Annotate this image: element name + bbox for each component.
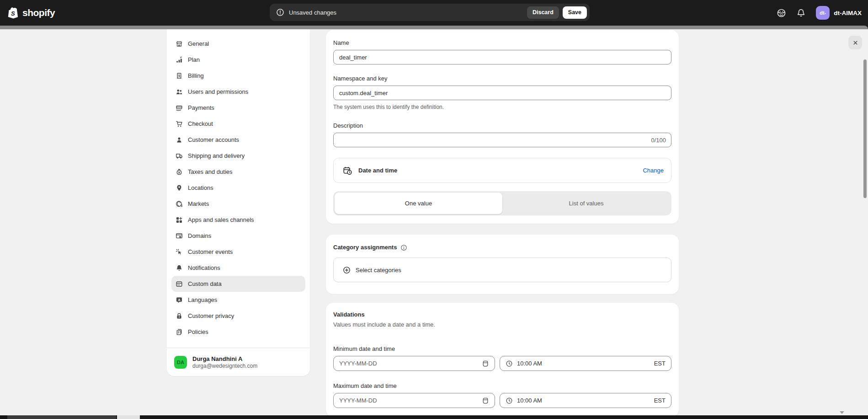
- category-assignments-card: Category assignments Select categories: [326, 235, 679, 294]
- sidebar-user[interactable]: DA Durga Nandhini A durga@wedesigntech.c…: [167, 348, 310, 376]
- sidebar-item-custom-data[interactable]: Custom data: [171, 276, 305, 292]
- sidebar-item-locations[interactable]: Locations: [171, 180, 305, 196]
- unsaved-changes-message: Unsaved changes: [289, 9, 336, 16]
- max-time-input[interactable]: 10:00 AM EST: [500, 393, 671, 408]
- plus-circle-icon: [343, 266, 351, 274]
- taskbar-segment-active: [117, 415, 140, 419]
- min-date-label: Minimum date and time: [333, 345, 671, 353]
- billing-icon: $: [176, 72, 183, 80]
- user-info: Durga Nandhini A durga@wedesigntech.com: [192, 355, 257, 370]
- namespace-input[interactable]: [333, 86, 671, 100]
- category-assignments-text: Category assignments: [333, 244, 397, 251]
- sidebar-item-checkout[interactable]: Checkout: [171, 116, 305, 132]
- namespace-label: Namespace and key: [333, 75, 671, 82]
- sidekick-icon[interactable]: [777, 8, 786, 18]
- sidebar-item-domains[interactable]: Domains: [171, 228, 305, 244]
- sidebar-item-billing[interactable]: $ Billing: [171, 68, 305, 84]
- min-date-field[interactable]: [339, 360, 478, 367]
- tab-one-value[interactable]: One value: [335, 193, 502, 214]
- taxes-icon: [176, 168, 183, 176]
- alert-icon: [276, 8, 284, 16]
- max-date-field[interactable]: [339, 397, 478, 404]
- sidebar-item-plan[interactable]: Plan: [171, 52, 305, 68]
- sidebar-item-shipping-and-delivery[interactable]: Shipping and delivery: [171, 148, 305, 164]
- sidebar-item-policies[interactable]: Policies: [171, 324, 305, 340]
- scroll-caret-icon: [840, 411, 844, 414]
- svg-text:$: $: [178, 73, 181, 77]
- top-bar-right: dt- dt-AIMAX: [777, 0, 862, 26]
- store-menu[interactable]: dt- dt-AIMAX: [816, 6, 862, 20]
- discard-button[interactable]: Discard: [527, 6, 559, 19]
- taskbar-segment: [7, 415, 116, 419]
- close-button[interactable]: [848, 36, 862, 49]
- svg-text:A: A: [178, 298, 180, 301]
- description-counter: 0/100: [651, 137, 666, 144]
- payments-icon: [176, 104, 183, 112]
- min-date-row: 10:00 AM EST: [333, 356, 671, 371]
- languages-icon: A: [176, 296, 183, 304]
- save-button[interactable]: Save: [563, 6, 587, 19]
- select-categories-button[interactable]: Select categories: [333, 258, 671, 282]
- shipping-icon: [176, 152, 183, 160]
- sidebar-item-markets[interactable]: $ Markets: [171, 196, 305, 212]
- policies-icon: [176, 328, 183, 336]
- value-mode-segmented: One value List of values: [333, 191, 671, 215]
- sidebar-item-apps-and-sales-channels[interactable]: Apps and sales channels: [171, 212, 305, 228]
- clock-icon: [506, 360, 513, 367]
- sidebar-item-customer-events[interactable]: Customer events: [171, 244, 305, 260]
- custom-data-icon: [176, 280, 183, 288]
- sidebar-item-payments[interactable]: Payments: [171, 100, 305, 116]
- notifications-bell-icon[interactable]: [796, 8, 806, 18]
- page-scrollbar-thumb[interactable]: [863, 59, 867, 198]
- min-timezone: EST: [654, 360, 666, 367]
- validations-subtitle: Values must include a date and a time.: [333, 321, 671, 328]
- user-name: Durga Nandhini A: [192, 355, 257, 363]
- markets-icon: $: [176, 200, 183, 208]
- plan-icon: [176, 56, 183, 64]
- svg-text:S: S: [11, 10, 15, 17]
- user-email: durga@wedesigntech.com: [192, 363, 257, 370]
- page-top-strip: [0, 26, 868, 29]
- date-time-icon: [343, 166, 352, 175]
- store-icon: [176, 40, 183, 48]
- store-name: dt-AIMAX: [834, 10, 862, 16]
- validations-card: Validations Values must include a date a…: [326, 303, 679, 417]
- calendar-icon: [482, 360, 489, 367]
- sidebar-item-users-and-permissions[interactable]: Users and permissions: [171, 84, 305, 100]
- top-bar: S shopify Unsaved changes Discard Save d…: [0, 0, 868, 26]
- sidebar-item-taxes-and-duties[interactable]: Taxes and duties: [171, 164, 305, 180]
- info-icon[interactable]: [400, 244, 407, 251]
- store-avatar: dt-: [816, 6, 830, 20]
- taskbar-strip: [0, 415, 868, 419]
- change-type-link[interactable]: Change: [643, 167, 664, 174]
- shopify-logo[interactable]: S shopify: [7, 6, 55, 20]
- tab-list-of-values[interactable]: List of values: [502, 193, 670, 214]
- shopify-settings-page: S shopify Unsaved changes Discard Save d…: [0, 0, 868, 419]
- unsaved-changes-bar: Unsaved changes Discard Save: [270, 4, 590, 21]
- namespace-help: The system uses this to identify the def…: [333, 104, 671, 111]
- sidebar-item-notifications[interactable]: Notifications: [171, 260, 305, 276]
- max-date-label: Maximum date and time: [333, 382, 671, 390]
- checkout-icon: [176, 120, 183, 128]
- description-label: Description: [333, 122, 671, 129]
- privacy-icon: [176, 312, 183, 320]
- min-time-input[interactable]: 10:00 AM EST: [500, 356, 671, 371]
- clock-icon: [506, 397, 513, 404]
- apps-icon: [176, 216, 183, 224]
- select-categories-label: Select categories: [356, 267, 401, 274]
- customer-accounts-icon: [176, 136, 183, 144]
- name-input[interactable]: [333, 50, 671, 64]
- domains-icon: [176, 232, 183, 240]
- locations-icon: [176, 184, 183, 192]
- user-avatar: DA: [174, 356, 187, 369]
- sidebar-item-languages[interactable]: A Languages: [171, 292, 305, 308]
- settings-nav: General Plan $ Billing Users and permiss…: [167, 29, 310, 340]
- sidebar-item-customer-accounts[interactable]: Customer accounts: [171, 132, 305, 148]
- description-input[interactable]: [333, 133, 671, 147]
- max-date-input[interactable]: [333, 393, 495, 408]
- notifications-icon: [176, 264, 183, 272]
- sidebar-item-customer-privacy[interactable]: Customer privacy: [171, 308, 305, 324]
- min-date-input[interactable]: [333, 356, 495, 371]
- shopify-wordmark: shopify: [22, 7, 55, 18]
- sidebar-item-general[interactable]: General: [171, 36, 305, 52]
